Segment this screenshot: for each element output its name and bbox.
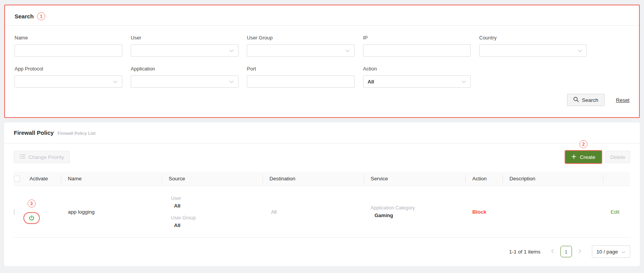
col-action: Action [466,172,503,186]
row-checkbox[interactable] [14,209,15,215]
col-description: Description [503,172,603,186]
service-value: Gaming [375,212,466,219]
page-size-select[interactable]: 10 / page [592,245,630,258]
search-actions: Search Reset [5,94,639,106]
ip-field-label: IP [363,34,471,41]
chevron-right-icon [578,248,582,255]
source-user-value: All [174,202,263,210]
chevron-left-icon [551,248,554,255]
user-group-select[interactable] [247,44,355,57]
edit-cell: Edit [603,209,630,215]
source-group-label: User Group [171,214,263,222]
change-priority-button[interactable]: Change Priority [14,151,70,163]
country-field-label: Country [479,34,587,41]
chevron-down-icon [113,80,118,83]
chevron-down-icon [229,80,234,83]
search-icon [573,96,579,103]
policy-subtitle: Firewall Policy List [58,131,95,136]
pagination-summary: 1-1 of 1 items [509,249,540,255]
ip-input[interactable] [363,44,471,57]
application-select[interactable] [131,75,238,88]
search-form: Name User User Group IP [5,26,639,88]
pagination: 1-1 of 1 items 1 10 / page [14,245,630,258]
search-title: Search [15,13,34,20]
field-user-group: User Group [247,34,355,57]
search-button-label: Search [582,97,598,103]
action-value: Block [472,209,486,215]
header-checkbox-cell [14,172,23,186]
action-select[interactable]: All [363,75,471,88]
col-activate: Activate [23,172,61,186]
field-ip: IP [363,34,471,57]
change-priority-label: Change Priority [28,154,64,160]
create-button[interactable]: Create [565,151,601,163]
application-field-label: Application [131,65,238,72]
field-action: Action All [363,65,471,88]
plus-icon [572,154,576,160]
service-cell: Application Category Gaming [364,204,466,219]
source-user-label: User [171,195,263,202]
col-source: Source [162,172,263,186]
prev-page-button[interactable] [547,246,557,257]
port-field-label: Port [247,65,355,72]
col-service: Service [364,172,466,186]
search-panel-header: Search 1 [5,5,639,26]
policy-header: Firewall Policy Firewall Policy List [4,123,640,144]
page-size-value: 10 / page [596,249,618,255]
activate-annotation-highlight [23,212,40,224]
col-destination: Destination [263,172,364,186]
service-label: Application Category [371,204,466,212]
field-app-protocol: App Protocol [15,65,122,88]
port-input[interactable] [247,75,355,88]
page-number-button[interactable]: 1 [560,246,572,257]
user-field-label: User [131,34,238,41]
col-name: Name [61,172,162,186]
name-field-label: Name [15,34,122,41]
destination-value: All [271,209,276,215]
activate-cell: 3 [23,199,61,224]
annotation-step-2: 2 [580,140,588,148]
destination-cell: All [263,209,364,215]
name-input[interactable] [15,44,122,57]
field-application: Application [131,65,238,88]
source-group-value: All [174,222,263,229]
search-panel: Search 1 Name User User Group [4,5,640,118]
select-all-checkbox[interactable] [14,176,20,182]
source-cell: User All User Group All [162,195,263,229]
app-protocol-select[interactable] [15,75,122,88]
action-cell: Block [466,209,503,215]
firewall-policy-table: Activate Name Source Destination Service… [14,172,630,238]
policy-name-cell: app logging [61,209,162,215]
action-field-label: Action [363,65,471,72]
policy-title: Firewall Policy [14,129,54,137]
field-user: User [131,34,238,57]
chevron-down-icon [621,249,626,255]
action-select-value: All [368,79,374,85]
chevron-down-icon [229,49,234,52]
reset-link[interactable]: Reset [616,97,629,103]
chevron-down-icon [345,49,350,52]
table-header-row: Activate Name Source Destination Service… [14,172,630,186]
user-select[interactable] [131,44,238,57]
edit-link[interactable]: Edit [611,209,619,215]
field-name: Name [15,34,122,57]
table-row: 3 app logging User All User Group All [14,186,630,238]
annotation-step-3: 3 [28,199,36,208]
policy-toolbar: Change Priority 2 Create Delete [4,144,640,163]
firewall-policy-panel: Firewall Policy Firewall Policy List Cha… [4,123,640,266]
create-button-label: Create [580,154,595,160]
search-button[interactable]: Search [567,94,605,106]
next-page-button[interactable] [575,246,585,257]
annotation-step-1: 1 [37,12,45,20]
field-country: Country [479,34,587,57]
ordered-list-icon [20,154,25,160]
col-edit [603,172,630,186]
delete-button[interactable]: Delete [605,151,630,163]
chevron-down-icon [462,80,466,83]
user-group-field-label: User Group [247,34,355,41]
power-toggle-icon[interactable] [28,215,35,221]
chevron-down-icon [578,49,582,52]
field-port: Port [247,65,355,88]
app-protocol-field-label: App Protocol [15,65,122,72]
country-select[interactable] [479,44,587,57]
